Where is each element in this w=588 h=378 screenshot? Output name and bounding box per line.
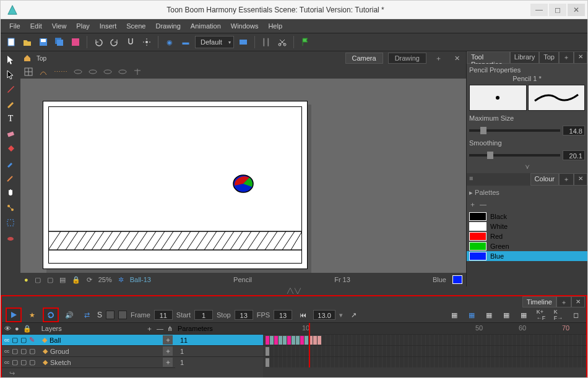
tab-library[interactable]: Library (510, 51, 540, 64)
eraser-tool-icon[interactable] (3, 127, 18, 140)
track-row[interactable] (263, 356, 586, 367)
view-mode-combo[interactable]: Default (195, 36, 234, 48)
menu-insert[interactable]: Insert (95, 22, 122, 30)
gear-icon[interactable]: ✲ (118, 276, 124, 284)
start-input[interactable]: 1 (194, 310, 213, 320)
undo-icon[interactable] (92, 35, 105, 49)
playhead-line[interactable] (309, 334, 310, 367)
add-view-icon[interactable]: ＋ (431, 51, 445, 65)
menu-help[interactable]: Help (263, 22, 287, 30)
import-icon[interactable] (69, 35, 82, 49)
open-icon[interactable] (20, 35, 34, 49)
animate-icon[interactable] (140, 35, 153, 49)
add-colour-panel-icon[interactable]: ＋ (559, 173, 574, 186)
smoothing-value[interactable]: 20.1 (563, 150, 585, 160)
shift-icon[interactable]: ↗ (347, 308, 360, 322)
max-size-value[interactable]: 14.8 (563, 126, 585, 135)
bulb-icon[interactable]: ● (24, 276, 28, 283)
play-button[interactable] (6, 307, 22, 322)
colour-pot-icon[interactable] (3, 231, 18, 244)
sound-icon[interactable]: 🔊 (63, 308, 76, 322)
menu-scene[interactable]: Scene (121, 22, 150, 30)
sb1-icon[interactable]: ▢ (35, 276, 41, 284)
maximize-button[interactable]: ◻ (549, 4, 566, 16)
lock-icon[interactable]: 🔒 (72, 276, 80, 284)
remove-layer-icon[interactable]: — (157, 325, 163, 332)
layer-row[interactable]: cc▢▢▢ ◆ Groud ＋ (2, 345, 175, 356)
add-layer-icon[interactable]: ＋ (146, 324, 153, 333)
tl-opt-icon[interactable]: ◻ (569, 308, 582, 322)
tab-top[interactable]: Top (539, 51, 559, 64)
frame-input[interactable]: 11 (154, 310, 173, 320)
tab-tool-properties[interactable]: Tool Properties (467, 51, 510, 64)
stroke-tool-icon[interactable] (3, 171, 18, 185)
home-icon[interactable] (23, 54, 32, 62)
layer-row[interactable]: cc▢▢✎ ◆ Ball ＋ (2, 334, 175, 345)
tlbtn1-icon[interactable]: ▦ (447, 308, 461, 322)
swatch-row[interactable]: Green (467, 241, 587, 251)
scissors-icon[interactable] (275, 35, 289, 49)
close-panel-icon[interactable]: ✕ (574, 51, 587, 64)
menu-view[interactable]: View (47, 22, 72, 30)
splitter-handle[interactable]: ╱╲ ╲╱ (1, 286, 587, 295)
sb2-icon[interactable]: ▢ (47, 276, 53, 284)
balance-icon[interactable] (133, 67, 142, 76)
select-tool-icon[interactable] (3, 53, 18, 66)
solo-col-icon[interactable]: ● (15, 325, 19, 332)
text-tool-icon[interactable]: T (3, 112, 18, 126)
playhead[interactable] (309, 323, 310, 334)
minimize-button[interactable]: — (530, 4, 548, 16)
tracks-area[interactable]: 10 50 60 70 (263, 323, 586, 378)
add-panel-icon[interactable]: ＋ (559, 51, 574, 64)
refresh-icon[interactable]: ⟳ (87, 276, 92, 284)
menu-play[interactable]: Play (71, 22, 94, 30)
pencil-tool-icon[interactable] (3, 97, 18, 111)
layer-row[interactable]: ↪ (2, 367, 175, 378)
layer-expand-icon[interactable]: ＋ (163, 335, 173, 345)
first-frame-icon[interactable]: ⏮ (296, 308, 309, 322)
add-tl-panel-icon[interactable]: ＋ (556, 296, 571, 307)
add-swatch-icon[interactable]: ＋ — (469, 199, 585, 210)
dropper-tool-icon[interactable] (3, 157, 18, 170)
smoothing-slider[interactable] (469, 154, 560, 157)
swatch-row[interactable]: White (467, 221, 587, 231)
disc1-icon[interactable] (74, 67, 82, 76)
node-tool-icon[interactable] (3, 201, 18, 215)
kf-next-icon[interactable]: KF→ (551, 308, 565, 322)
light-icon[interactable]: ▬ (179, 35, 192, 49)
menu-file[interactable]: File (4, 22, 25, 30)
menu-drawing[interactable]: Drawing (150, 22, 185, 30)
scrub-icon[interactable]: ⇄ (80, 308, 93, 322)
tlbtn3-icon[interactable]: ▦ (482, 308, 496, 322)
new-icon[interactable] (4, 35, 18, 49)
menu-edit[interactable]: Edit (25, 22, 47, 30)
tlbtn4-icon[interactable]: ▦ (499, 308, 513, 322)
swatch-row[interactable]: Blue (467, 251, 587, 261)
stop-input[interactable]: 13 (235, 310, 253, 320)
lock-col-icon[interactable]: 🔒 (23, 325, 32, 333)
rate-input[interactable]: 13.0 (313, 310, 335, 320)
hand-tool-icon[interactable] (3, 186, 18, 200)
rate-caret-icon[interactable]: ▾ (339, 311, 343, 319)
track-row[interactable] (263, 345, 586, 356)
range-start-icon[interactable] (106, 311, 115, 319)
tab-camera[interactable]: Camera (345, 53, 383, 64)
swatch-row[interactable]: Red (467, 231, 587, 241)
close-view-icon[interactable]: ✕ (450, 51, 464, 65)
layer-expand-icon[interactable]: ＋ (163, 358, 173, 367)
layer-row[interactable]: cc▢▢▢ ◆ Sketch ＋ (2, 356, 175, 367)
brush-tool-icon[interactable] (3, 82, 18, 96)
snap-icon[interactable] (124, 35, 137, 49)
path-icon[interactable] (39, 67, 48, 76)
sb3-icon[interactable]: ▤ (59, 276, 66, 284)
palettes-label[interactable]: Palettes (475, 189, 499, 196)
onion-icon[interactable]: ◉ (163, 35, 176, 49)
redo-icon[interactable] (108, 35, 121, 49)
tab-colour[interactable]: Colour (530, 173, 559, 186)
render-icon[interactable] (236, 35, 250, 49)
paint-bucket-icon[interactable] (3, 142, 18, 155)
canvas[interactable] (20, 79, 466, 273)
current-colour-swatch[interactable] (452, 275, 462, 284)
menu-animation[interactable]: Animation (186, 22, 226, 30)
swatch-row[interactable]: Black (467, 212, 587, 221)
